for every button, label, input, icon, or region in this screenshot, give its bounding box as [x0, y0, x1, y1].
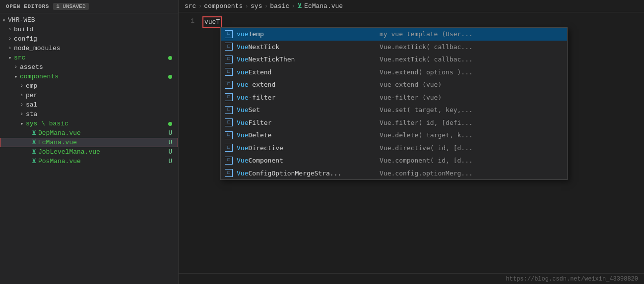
arrow-icon: › — [18, 102, 26, 108]
sidebar-item-vhr-web[interactable]: ▾VHR-WEB — [0, 15, 178, 25]
sidebar-item-posmana[interactable]: ⊻PosMana.vueU — [0, 157, 178, 166]
autocomplete-item-name: VueSet — [237, 105, 376, 115]
breadcrumb-src: src — [185, 2, 196, 10]
open-editors-title: OPEN EDITORS — [6, 3, 49, 9]
tree-item-label: PosMana.vue — [38, 158, 81, 165]
autocomplete-item-desc: Vue.config.optionMerg... — [380, 169, 563, 178]
snippet-icon: □ — [225, 93, 233, 101]
autocomplete-item-desc: Vue.nextTick( callbac... — [380, 42, 563, 52]
breadcrumb-basic: basic — [270, 2, 289, 10]
snippet-icon: □ — [225, 30, 233, 38]
snippet-icon: □ — [225, 68, 233, 76]
sidebar-item-sys-basic[interactable]: ▾sys \ basic — [0, 119, 178, 128]
autocomplete-item-name: VueComponent — [237, 156, 376, 166]
arrow-icon: › — [18, 83, 26, 89]
arrow-icon: ▾ — [12, 74, 20, 80]
unsaved-marker: U — [169, 149, 172, 156]
modified-dot — [168, 56, 172, 60]
snippet-icon: □ — [225, 131, 233, 139]
typed-text: vueT — [202, 16, 222, 28]
tree-item-label: components — [20, 73, 59, 80]
line-number-1: 1 — [179, 16, 194, 26]
snippet-icon: □ — [225, 169, 233, 177]
autocomplete-item-VueDelete[interactable]: □ VueDelete Vue.delete( target, k... — [221, 129, 567, 142]
autocomplete-item-name: vue-extend — [237, 80, 376, 90]
arrow-icon: › — [6, 36, 14, 42]
sidebar-tree: ▾VHR-WEB›build›config›node_modules▾src›a… — [0, 13, 178, 284]
snippet-icon: □ — [225, 81, 233, 89]
tree-item-label: per — [26, 92, 37, 99]
arrow-icon: › — [18, 93, 26, 98]
tree-item-label: assets — [20, 63, 43, 71]
sidebar-item-per[interactable]: ›per — [0, 91, 178, 100]
sidebar-item-src[interactable]: ▾src — [0, 53, 178, 62]
autocomplete-item-name: vueTemp — [237, 29, 376, 39]
vue-icon: ⊻ — [32, 129, 36, 137]
vue-icon: ⊻ — [32, 139, 36, 146]
sidebar-item-sta[interactable]: ›sta — [0, 110, 178, 119]
tree-item-label: build — [14, 26, 33, 33]
sidebar-item-node_modules[interactable]: ›node_modules — [0, 44, 178, 53]
status-bar: https://blog.csdn.net/weixin_43398820 — [179, 273, 644, 284]
breadcrumb-file: EcMana.vue — [304, 2, 343, 10]
autocomplete-item-desc: Vue.component( id, [d... — [380, 156, 563, 166]
autocomplete-item-VueComponent[interactable]: □ VueComponent Vue.component( id, [d... — [221, 154, 567, 167]
tree-item-label: EcMana.vue — [38, 139, 77, 146]
editor-content: 1 vueT □ vueTemp my vue template (User..… — [179, 12, 644, 273]
tree-item-label: node_modules — [14, 45, 61, 52]
autocomplete-item-vueExtend[interactable]: □ vueExtend Vue.extend( options )... — [221, 66, 567, 79]
breadcrumb-sys: sys — [251, 2, 262, 10]
tree-item-label: sys \ basic — [26, 120, 68, 127]
tree-item-label: sal — [26, 101, 37, 109]
arrow-icon: ▾ — [18, 121, 26, 127]
sidebar-item-assets[interactable]: ›assets — [0, 62, 178, 72]
autocomplete-item-VueFilter[interactable]: □ VueFilter Vue.filter( id, [defi... — [221, 116, 567, 129]
sidebar-item-emp[interactable]: ›emp — [0, 81, 178, 91]
sidebar-item-ecmana[interactable]: ⊻EcMana.vueU — [0, 138, 178, 147]
autocomplete-item-VueSet[interactable]: □ VueSet Vue.set( target, key,... — [221, 104, 567, 116]
sidebar-item-depmana[interactable]: ⊻DepMana.vueU — [0, 128, 178, 138]
snippet-icon: □ — [225, 157, 233, 165]
tree-item-label: VHR-WEB — [8, 16, 35, 24]
autocomplete-item-vueNextTick[interactable]: □ VueNextTick Vue.nextTick( callbac... — [221, 41, 567, 54]
autocomplete-item-name: VueNextTickThen — [237, 55, 376, 64]
autocomplete-item-name: VueNextTick — [237, 42, 376, 52]
autocomplete-item-VueConfigOptionMergeStra[interactable]: □ VueConfigOptionMergeStra... Vue.config… — [221, 167, 567, 180]
code-area[interactable]: vueT □ vueTemp my vue template (User... … — [198, 12, 644, 273]
autocomplete-item-VueDirective[interactable]: □ VueDirective Vue.directive( id, [d... — [221, 142, 567, 155]
autocomplete-item-name: vue-filter — [237, 93, 376, 103]
autocomplete-item-desc: my vue template (User... — [380, 29, 563, 39]
autocomplete-item-vueTemp[interactable]: □ vueTemp my vue template (User... — [221, 28, 567, 41]
sidebar-item-components[interactable]: ▾components — [0, 72, 178, 81]
unsaved-badge: 1 UNSAVED — [53, 3, 88, 10]
autocomplete-item-desc: vue-extend (vue) — [380, 80, 563, 90]
sidebar-header: OPEN EDITORS 1 UNSAVED — [0, 0, 178, 13]
arrow-icon: › — [18, 112, 26, 117]
sidebar-item-joblevelmana[interactable]: ⊻JobLevelMana.vueU — [0, 147, 178, 157]
snippet-icon: □ — [225, 106, 233, 114]
autocomplete-item-name: VueDelete — [237, 130, 376, 140]
sidebar-item-config[interactable]: ›config — [0, 34, 178, 44]
autocomplete-item-desc: Vue.filter( id, [defi... — [380, 118, 563, 128]
autocomplete-dropdown: □ vueTemp my vue template (User... □ Vue… — [220, 27, 568, 180]
sidebar-item-build[interactable]: ›build — [0, 25, 178, 34]
breadcrumb-components: components — [204, 2, 243, 10]
unsaved-marker: U — [169, 158, 172, 165]
arrow-icon: › — [6, 27, 14, 32]
autocomplete-item-vue-filter[interactable]: □ vue-filter vue-filter (vue) — [221, 91, 567, 104]
autocomplete-item-desc: Vue.directive( id, [d... — [380, 143, 563, 153]
editor-area: src › components › sys › basic › ⊻ EcMan… — [179, 0, 644, 284]
autocomplete-item-name: VueFilter — [237, 118, 376, 128]
snippet-icon: □ — [225, 118, 233, 126]
autocomplete-item-desc: Vue.extend( options )... — [380, 67, 563, 77]
line-numbers: 1 — [179, 12, 198, 273]
snippet-icon: □ — [225, 43, 233, 51]
tree-item-label: config — [14, 35, 37, 43]
modified-dot — [168, 75, 172, 79]
autocomplete-item-vueNextTickThen[interactable]: □ VueNextTickThen Vue.nextTick( callbac.… — [221, 53, 567, 66]
autocomplete-item-vue-extend[interactable]: □ vue-extend vue-extend (vue) — [221, 78, 567, 91]
autocomplete-item-desc: Vue.set( target, key,... — [380, 105, 563, 115]
unsaved-marker: U — [169, 139, 172, 146]
autocomplete-item-name: VueDirective — [237, 143, 376, 153]
sidebar-item-sal[interactable]: ›sal — [0, 100, 178, 110]
